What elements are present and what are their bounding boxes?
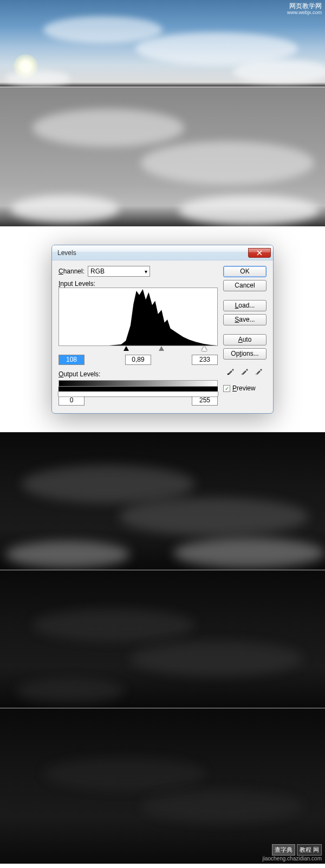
eyedropper-black[interactable] — [225, 366, 236, 376]
cloud — [32, 109, 184, 147]
output-black-field[interactable]: 0 — [58, 395, 84, 406]
preview-checkbox[interactable]: ✓ — [223, 385, 230, 392]
cloud — [233, 60, 325, 84]
right-column: OK Cancel Load... Save... Auto Options..… — [223, 266, 266, 406]
cloud — [179, 195, 320, 225]
titlebar[interactable]: Levels — [52, 245, 273, 260]
svg-point-1 — [242, 374, 243, 375]
sky-panorama-color: 网页教学网 www.webjx.com — [0, 0, 325, 87]
input-gamma-slider[interactable] — [159, 346, 164, 351]
watermark-label: 教程 网 — [297, 844, 322, 856]
input-black-field[interactable]: 108 — [58, 355, 84, 365]
sky-panorama-dark-1 — [0, 432, 325, 570]
preview-label: Preview — [232, 384, 256, 392]
save-button[interactable]: Save... — [223, 314, 266, 325]
dialog-title: Levels — [57, 249, 248, 257]
cloud — [5, 70, 70, 87]
left-column: Channel: RGB Input Levels: 108 0,89 — [58, 266, 218, 406]
input-slider-track[interactable] — [58, 346, 218, 354]
input-levels-label: Input Levels: — [58, 280, 218, 288]
eyedropper-white[interactable] — [253, 366, 264, 376]
options-button[interactable]: Options... — [223, 348, 266, 360]
output-slider-track[interactable] — [58, 387, 218, 394]
close-button[interactable] — [248, 248, 271, 258]
output-gradient[interactable] — [58, 380, 218, 387]
load-button[interactable]: Load... — [223, 300, 266, 311]
histogram[interactable] — [58, 288, 218, 346]
cloud — [11, 195, 119, 223]
channel-combo[interactable]: RGB — [88, 266, 150, 277]
cloud — [22, 465, 195, 503]
levels-dialog: Levels Channel: RGB Input Levels: — [51, 245, 274, 414]
channel-label: Channel: — [58, 267, 84, 275]
output-white-slider[interactable] — [58, 391, 218, 396]
watermark-top: 网页教学网 www.webjx.com — [287, 2, 322, 16]
watermark-brand: 查字典 — [272, 844, 295, 856]
close-icon — [257, 250, 262, 256]
input-gamma-field[interactable]: 0,89 — [125, 355, 151, 365]
dialog-background: Levels Channel: RGB Input Levels: — [0, 226, 325, 432]
channel-row: Channel: RGB — [58, 266, 218, 277]
sky-panorama-dark-2 — [0, 570, 325, 708]
cancel-button[interactable]: Cancel — [223, 280, 266, 291]
channel-value: RGB — [90, 267, 105, 275]
eyedropper-icon — [255, 367, 263, 375]
svg-point-2 — [256, 374, 257, 375]
dialog-body: Channel: RGB Input Levels: 108 0,89 — [52, 260, 273, 413]
output-values-row: 0 255 — [58, 395, 218, 406]
output-levels-label: Output Levels: — [58, 370, 218, 378]
cloud — [16, 679, 125, 703]
input-white-slider[interactable] — [202, 346, 207, 351]
input-black-slider[interactable] — [123, 346, 129, 351]
cloud — [141, 141, 314, 185]
auto-button[interactable]: Auto — [223, 334, 266, 345]
watermark-line2: www.webjx.com — [287, 10, 322, 16]
cloud — [43, 758, 206, 790]
eyedropper-gray[interactable] — [239, 366, 250, 376]
svg-point-0 — [227, 374, 229, 375]
watermark-bottom: 查字典 教程 网 jiaocheng.chazidian.com — [262, 844, 322, 862]
cloud — [5, 541, 130, 568]
cloud — [32, 609, 195, 641]
sky-panorama-gray — [0, 87, 325, 226]
watermark-line1: 网页教学网 — [287, 2, 322, 10]
preview-row: ✓ Preview — [223, 384, 266, 392]
input-values-row: 108 0,89 233 — [58, 355, 218, 365]
eyedropper-icon — [240, 367, 249, 375]
cloud — [141, 790, 303, 823]
cloud — [119, 498, 309, 536]
eyedropper-row — [223, 366, 266, 376]
watermark-url: jiaocheng.chazidian.com — [262, 856, 322, 862]
sky-panorama-dark-3: 查字典 教程 网 jiaocheng.chazidian.com — [0, 708, 325, 864]
ok-button[interactable]: OK — [223, 266, 266, 277]
input-white-field[interactable]: 233 — [192, 355, 218, 365]
cloud — [173, 538, 325, 568]
histogram-chart — [59, 288, 217, 345]
output-black-slider[interactable] — [58, 387, 218, 391]
eyedropper-icon — [226, 367, 235, 375]
cloud — [130, 641, 303, 676]
cloud — [43, 16, 162, 43]
output-white-field[interactable]: 255 — [192, 395, 218, 406]
